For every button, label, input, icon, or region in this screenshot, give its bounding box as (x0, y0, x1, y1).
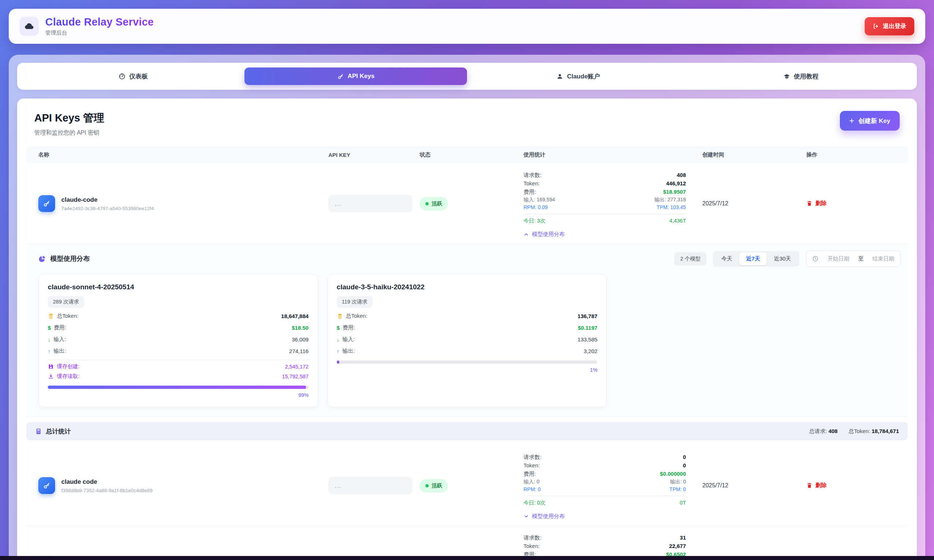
model-name: claude-3-5-haiku-20241022 (337, 283, 598, 291)
graduation-cap-icon (783, 73, 790, 80)
cloud-icon (24, 21, 34, 31)
created-date: 2025/7/12 (702, 200, 806, 207)
status-badge: 活跃 (420, 197, 448, 211)
logout-icon (873, 23, 879, 29)
key-icon (43, 200, 51, 208)
screen-bottom-edge (0, 556, 934, 560)
key-avatar (38, 477, 55, 494)
usage-percent: 1% (337, 367, 598, 373)
usage-stats: 请求数:0 Token:0 费用:$0.000000 输入: 0输出: 0 RP… (523, 445, 702, 526)
usage-stats: 请求数:408 Token:446,912 费用:$18.9507 输入: 16… (523, 163, 702, 244)
coins-icon (48, 313, 54, 319)
date-separator: 至 (858, 255, 863, 262)
clock-icon (812, 255, 819, 262)
user-icon (556, 73, 563, 80)
key-id: f398d8b8-7352-4a88-9a1f-6b1e0c4d8e89 (61, 488, 152, 493)
chevron-down-icon (523, 514, 529, 519)
arrow-up-icon: ↑ (337, 348, 340, 354)
table-row-aaa: aaa 50dd6db8-4df0-4d8e-a12b-95afb6e6fbcc… (26, 526, 908, 560)
pie-chart-icon (38, 255, 46, 263)
created-date: 2025/7/12 (702, 482, 806, 489)
tab-label: 使用教程 (794, 72, 819, 81)
distribution-title: 模型使用分布 (50, 254, 90, 263)
app-logo (20, 17, 38, 36)
create-key-button[interactable]: + 创建新 Key (840, 111, 900, 131)
tab-dashboard[interactable]: 仪表板 (22, 68, 245, 85)
arrow-down-icon: ↓ (48, 336, 51, 343)
logout-button[interactable]: 退出登录 (865, 17, 914, 35)
range-30days-button[interactable]: 近30天 (767, 252, 798, 265)
totals-bar: 总计统计 总请求:408 总Token:18,784,671 (26, 422, 908, 440)
app-subtitle: 管理后台 (45, 29, 154, 37)
logout-label: 退出登录 (883, 23, 906, 30)
api-key-masked[interactable]: ... (328, 477, 412, 494)
request-count-badge: 119 次请求 (337, 296, 373, 308)
delete-button[interactable]: 删除 (806, 482, 827, 489)
model-distribution-toggle[interactable]: 模型使用分布 (523, 231, 686, 238)
model-card-sonnet: claude-sonnet-4-20250514 289 次请求 总Token:… (38, 274, 318, 407)
download-icon (48, 373, 54, 379)
col-usage: 使用统计 (523, 151, 702, 158)
usage-percent: 99% (48, 392, 309, 398)
tab-api-keys[interactable]: API Keys (245, 68, 467, 85)
chevron-up-icon (523, 232, 529, 237)
tab-label: API Keys (348, 72, 375, 80)
total-tokens: 总Token:18,784,671 (849, 428, 899, 435)
table-row-claude-code: claude-code 7a4e2492-3c38-4797-a540-5539… (26, 163, 908, 244)
range-segmented-control: 今天 近7天 近30天 (713, 251, 799, 267)
app-header: Claude Relay Service 管理后台 退出登录 (9, 9, 925, 44)
gauge-icon (118, 73, 126, 80)
table-row-claude-code-2: claude code f398d8b8-7352-4a88-9a1f-6b1e… (26, 445, 908, 526)
dollar-icon: $ (48, 325, 51, 331)
tab-tutorial[interactable]: 使用教程 (689, 68, 912, 85)
save-icon (48, 363, 54, 369)
request-count-badge: 289 次请求 (48, 296, 84, 308)
app-title: Claude Relay Service (45, 16, 154, 28)
nav-tabs: 仪表板 API Keys Claude账户 使用教程 (17, 63, 917, 90)
table-header: 名称 API KEY 状态 使用统计 创建时间 操作 (26, 146, 908, 163)
model-name: claude-sonnet-4-20250514 (48, 283, 309, 291)
trash-icon (806, 482, 812, 489)
key-icon (337, 73, 344, 80)
model-distribution-toggle[interactable]: 模型使用分布 (523, 513, 686, 520)
range-today-button[interactable]: 今天 (714, 252, 739, 265)
totals-title: 总计统计 (46, 427, 71, 435)
tab-label: Claude账户 (567, 72, 600, 81)
trash-icon (806, 200, 812, 206)
tab-label: 仪表板 (129, 72, 148, 81)
arrow-down-icon: ↓ (337, 336, 340, 343)
status-dot-icon (425, 202, 429, 205)
dollar-icon: $ (337, 325, 340, 331)
range-7days-button[interactable]: 近7天 (739, 252, 767, 265)
key-avatar (38, 195, 55, 212)
key-id: 7a4e2492-3c38-4797-a540-553980ee12f4 (61, 206, 154, 211)
col-status: 状态 (420, 151, 523, 158)
col-actions: 操作 (806, 151, 908, 158)
usage-stats: 请求数:31 Token:22,677 费用:$0.6502 输入: 1,349… (523, 526, 702, 560)
model-distribution-section: 模型使用分布 2 个模型 今天 近7天 近30天 开始日期 至 结束日期 (26, 244, 908, 417)
api-keys-panel: API Keys 管理 管理和监控您的 API 密钥 + 创建新 Key 名称 … (17, 98, 917, 560)
usage-progress-bar (337, 360, 598, 364)
date-range-picker[interactable]: 开始日期 至 结束日期 (806, 251, 900, 267)
key-icon (43, 482, 51, 489)
col-api-key: API KEY (328, 152, 420, 158)
plus-icon: + (849, 117, 854, 125)
create-key-label: 创建新 Key (859, 117, 890, 125)
api-key-masked[interactable]: ... (328, 195, 412, 212)
status-badge: 活跃 (420, 479, 448, 492)
tab-claude-account[interactable]: Claude账户 (467, 68, 689, 85)
total-requests: 总请求:408 (809, 428, 838, 435)
status-dot-icon (425, 484, 429, 488)
end-date-input[interactable]: 结束日期 (872, 255, 894, 262)
delete-button[interactable]: 删除 (806, 200, 827, 207)
col-name: 名称 (26, 151, 328, 158)
page-subtitle: 管理和监控您的 API 密钥 (34, 129, 105, 137)
key-name: claude code (61, 478, 152, 486)
model-count-badge: 2 个模型 (674, 252, 706, 266)
calculator-icon (35, 428, 42, 435)
coins-icon (337, 313, 343, 319)
key-name: claude-code (61, 196, 154, 203)
col-created: 创建时间 (702, 151, 806, 158)
start-date-input[interactable]: 开始日期 (828, 255, 849, 262)
content-wrapper: 仪表板 API Keys Claude账户 使用教程 API Keys 管理 管… (9, 55, 925, 560)
